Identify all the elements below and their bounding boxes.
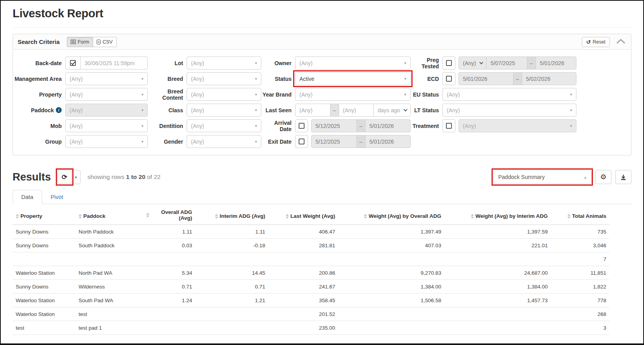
table-cell: Sunny Downs xyxy=(13,225,75,239)
management-area-label: Management Area xyxy=(13,76,65,82)
preg-tested-label: Preg Tested xyxy=(411,57,442,69)
caret-down-icon: ▾ xyxy=(255,92,257,97)
table-cell: 406.47 xyxy=(268,225,338,239)
table-cell: Sunny Downs xyxy=(13,239,75,252)
collapse-panel-button[interactable] xyxy=(615,38,626,46)
table-cell: 24,687.00 xyxy=(444,266,551,280)
settings-button[interactable]: ⚙ xyxy=(595,170,611,184)
table-cell: South Pad WA xyxy=(75,294,143,307)
results-header: Results ⟳ ▾ showing rows 1 to 20 of 22 P… xyxy=(13,170,631,184)
table-cell xyxy=(444,321,551,335)
class-select[interactable]: (Any)▾ xyxy=(187,104,261,117)
table-cell xyxy=(338,321,444,335)
gender-select[interactable]: (Any)▾ xyxy=(187,135,261,148)
management-area-select[interactable]: (Any)▾ xyxy=(65,72,148,85)
refresh-options-button[interactable]: ▾ xyxy=(72,170,81,184)
table-cell: Waterloo Station xyxy=(13,266,75,280)
exit-date-checkbox[interactable] xyxy=(295,135,308,148)
dentition-select[interactable]: (Any)▾ xyxy=(187,119,261,132)
lot-select[interactable]: (Any)▾ xyxy=(187,57,261,69)
table-cell xyxy=(444,252,551,266)
arrival-date-checkbox[interactable] xyxy=(295,119,308,132)
column-header[interactable]: Weight (Avg) by Overall ADG xyxy=(338,206,444,225)
tab-data[interactable]: Data xyxy=(13,190,42,204)
download-button[interactable] xyxy=(615,170,631,184)
ecd-checkbox[interactable] xyxy=(442,72,455,85)
group-select[interactable]: (Any)▾ xyxy=(65,135,148,148)
last-seen-from-input[interactable]: (Any) xyxy=(295,104,330,116)
treatment-checkbox[interactable] xyxy=(442,119,455,132)
column-header-label: Last Weight (Avg) xyxy=(290,213,335,219)
eu-status-select[interactable]: (Any)▾ xyxy=(442,88,576,101)
owner-select[interactable]: (Any)▾ xyxy=(295,57,411,69)
table-cell: 14.45 xyxy=(195,266,268,280)
last-seen-unit-select[interactable]: days ago xyxy=(373,104,410,116)
lt-status-select[interactable]: (Any)▾ xyxy=(442,104,576,117)
tab-pivot[interactable]: Pivot xyxy=(42,190,72,204)
chevron-down-icon xyxy=(404,108,407,111)
column-header[interactable]: Overall ADG (Avg) xyxy=(143,206,195,225)
table-cell: 358.45 xyxy=(268,294,338,307)
last-seen-to-input[interactable]: (Any) xyxy=(339,104,374,116)
csv-view-button[interactable]: CSV xyxy=(93,37,117,47)
property-label: Property xyxy=(13,91,65,98)
column-header[interactable]: Paddock xyxy=(75,206,143,225)
exit-to-date[interactable]: 5/01/2026 xyxy=(365,135,410,148)
table-cell xyxy=(75,252,143,266)
sort-icon xyxy=(215,214,218,219)
column-header[interactable]: Total Animals xyxy=(551,206,609,225)
exit-from-date[interactable]: 5/12/2025 xyxy=(312,135,356,148)
property-select[interactable]: (Any)▾ xyxy=(65,88,148,101)
caret-down-icon: ▾ xyxy=(570,108,572,112)
table-cell xyxy=(268,252,338,266)
mob-select[interactable]: (Any)▾ xyxy=(65,119,148,132)
backdate-checkbox[interactable] xyxy=(66,57,80,69)
caret-down-icon: ▾ xyxy=(141,108,143,112)
column-header[interactable]: Last Weight (Avg) xyxy=(268,206,338,225)
preg-tested-result-select[interactable]: (Any) xyxy=(459,57,486,69)
paddock-select[interactable]: (Any)▾ xyxy=(65,104,148,117)
arrival-date-range-group: 5/12/2025 – 5/01/2026 xyxy=(311,119,411,132)
refresh-button[interactable]: ⟳ xyxy=(57,170,72,184)
table-cell: 11,851 xyxy=(551,266,609,280)
table-cell: 1.11 xyxy=(143,225,195,239)
table-row: 7 xyxy=(13,252,609,266)
column-header-label: Overall ADG (Avg) xyxy=(151,209,192,221)
preg-tested-checkbox[interactable] xyxy=(442,57,455,69)
arrival-to-date[interactable]: 5/01/2026 xyxy=(365,120,410,132)
search-criteria-title: Search Criteria xyxy=(18,38,60,45)
column-header[interactable]: Interim ADG (Avg) xyxy=(195,206,268,225)
preg-tested-from-date[interactable]: 5/07/2025 xyxy=(486,57,527,69)
backdate-input[interactable]: 30/06/2025 11:59pm xyxy=(80,57,147,69)
ecd-to-date[interactable]: 5/02/2026 xyxy=(522,73,576,85)
table-cell: 1,397.59 xyxy=(444,225,551,239)
page-header: Livestock Report xyxy=(13,1,631,27)
breed-content-select[interactable]: (Any)▾ xyxy=(187,88,261,101)
info-icon[interactable]: i xyxy=(56,107,62,113)
table-cell: 200.86 xyxy=(268,266,338,280)
column-header[interactable]: Property xyxy=(13,206,75,225)
table-cell xyxy=(143,321,195,335)
preg-tested-to-date[interactable]: 5/01/2026 xyxy=(536,57,576,69)
reset-button[interactable]: ↺ Reset xyxy=(582,37,610,47)
table-row: Sunny DownsWilderness0.710.71241.671,384… xyxy=(13,280,609,294)
ecd-from-date[interactable]: 5/01/2026 xyxy=(459,73,513,85)
column-header[interactable]: Weight (Avg) by Interim ADG xyxy=(444,206,551,225)
sort-icon xyxy=(567,214,571,219)
eu-status-label: EU Status xyxy=(411,91,442,98)
year-brand-select[interactable]: (Any)▾ xyxy=(295,88,411,101)
breed-content-label: Breed Content xyxy=(148,88,187,101)
table-cell: 5.34 xyxy=(143,266,195,280)
status-select[interactable]: Active▾ xyxy=(295,72,411,85)
breed-select[interactable]: (Any)▾ xyxy=(187,72,261,85)
sort-icon xyxy=(286,214,289,219)
caret-down-icon: ▾ xyxy=(141,124,143,128)
ecd-label: ECD xyxy=(411,76,442,82)
display-mode-select[interactable]: Paddock Summary ▴ xyxy=(493,170,591,184)
table-cell: -0.18 xyxy=(195,239,268,252)
treatment-select[interactable]: (Any)▾ xyxy=(459,119,576,132)
table-row: Waterloo StationNorth Pad WA5.3414.45200… xyxy=(13,266,609,280)
table-cell: 1,384.00 xyxy=(444,280,551,294)
form-view-button[interactable]: Form xyxy=(67,37,93,47)
arrival-from-date[interactable]: 5/12/2025 xyxy=(312,120,356,132)
